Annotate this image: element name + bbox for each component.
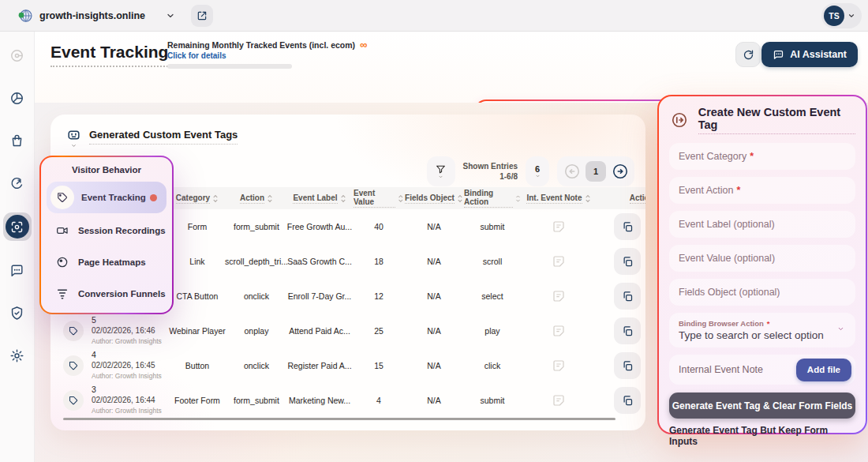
- column-header[interactable]: Actions: [597, 193, 645, 204]
- ecommerce-bag-icon[interactable]: [3, 126, 32, 155]
- shown-entries: Shown Entries 1-6/8: [463, 161, 518, 182]
- column-header[interactable]: Event Label: [286, 193, 354, 204]
- generator-robot-icon[interactable]: [66, 127, 81, 148]
- browser-top-bar: growth-insights.online TS: [0, 0, 868, 32]
- chat-bubble-icon: [773, 49, 784, 61]
- copy-tag-button[interactable]: [614, 317, 641, 344]
- copy-tag-button[interactable]: [614, 248, 641, 275]
- performance-gauge-icon[interactable]: [3, 169, 32, 197]
- column-header[interactable]: Category: [167, 193, 227, 204]
- copy-tag-button[interactable]: [614, 387, 641, 414]
- note-icon: [552, 255, 565, 268]
- filter-button[interactable]: [427, 156, 455, 186]
- site-domain[interactable]: growth-insights.online: [39, 10, 145, 21]
- refresh-button[interactable]: [735, 42, 761, 67]
- copy-tag-button[interactable]: [614, 352, 641, 379]
- column-header[interactable]: Event Value: [354, 189, 404, 208]
- sort-icon: [457, 194, 463, 203]
- column-header[interactable]: Binding Action: [464, 189, 521, 208]
- copy-icon: [622, 360, 634, 372]
- page-title: Event Tracking: [51, 43, 168, 67]
- sort-icon: [267, 194, 273, 203]
- event-label-field[interactable]: Event Label (optional): [669, 211, 855, 238]
- privacy-shield-icon[interactable]: [3, 299, 32, 327]
- ai-assistant-button[interactable]: AI Assistant: [761, 42, 858, 67]
- tag-icon: [63, 321, 84, 341]
- menu-item-session-recordings[interactable]: Session Recordings: [47, 216, 166, 246]
- dashboard-icon[interactable]: [3, 41, 32, 69]
- chevron-down-icon: [534, 174, 541, 178]
- insert-arrow-icon: [669, 109, 690, 131]
- sort-icon: [585, 194, 591, 203]
- note-icon: [552, 359, 565, 372]
- domain-chevron-down-icon[interactable]: [166, 11, 175, 21]
- copy-icon: [622, 325, 634, 337]
- sort-icon: [515, 194, 521, 203]
- settings-gear-icon[interactable]: [3, 341, 32, 370]
- menu-item-event-tracking[interactable]: Event Tracking: [47, 182, 166, 213]
- table-controls: Shown Entries 1-6/8 6 1: [427, 156, 634, 186]
- app-sidebar: [0, 32, 35, 462]
- site-favicon-globe-icon: [17, 8, 33, 24]
- copy-icon: [622, 291, 634, 302]
- note-icon: [552, 325, 565, 337]
- card-title: Generated Custom Event Tags: [89, 129, 238, 145]
- visitor-behavior-scan-icon: [6, 215, 29, 239]
- add-file-button[interactable]: Add file: [796, 359, 851, 381]
- arrow-left-circle-icon: [563, 163, 581, 180]
- infinity-icon: ∞: [360, 41, 367, 49]
- fields-object-field[interactable]: Fields Object (optional): [669, 279, 855, 306]
- avatar: TS: [824, 6, 844, 26]
- video-camera-icon: [56, 224, 69, 237]
- active-indicator-dot: [150, 194, 157, 201]
- open-external-link-button[interactable]: [191, 5, 213, 27]
- menu-item-conversion-funnels[interactable]: Conversion Funnels: [47, 279, 166, 309]
- sidebar-item-visitor-behavior[interactable]: [3, 212, 32, 241]
- menu-item-page-heatmaps[interactable]: Page Heatmaps: [47, 247, 166, 277]
- analytics-pie-icon[interactable]: [3, 84, 32, 112]
- chevron-down-icon: [437, 175, 444, 179]
- chevron-down-icon: [70, 143, 77, 148]
- filter-funnel-icon: [436, 164, 446, 175]
- note-icon: [552, 220, 565, 233]
- sort-icon: [398, 194, 404, 203]
- event-category-field[interactable]: Event Category*: [669, 143, 855, 170]
- quota-block: Remaining Monthly Tracked Events (incl. …: [167, 40, 367, 69]
- tag-icon: [51, 186, 74, 209]
- event-value-field[interactable]: Event Value (optional): [669, 245, 855, 272]
- binding-browser-action-select[interactable]: Binding Browser Action* Type to search o…: [669, 313, 855, 347]
- feedback-chat-icon[interactable]: [3, 256, 32, 284]
- copy-tag-button[interactable]: [614, 213, 641, 240]
- generate-keep-button[interactable]: Generate Event Tag But Keep Form Inputs: [669, 425, 855, 447]
- chevron-down-icon: [836, 325, 846, 332]
- horizontal-scrollbar[interactable]: [63, 418, 615, 420]
- page-size-select[interactable]: 6: [526, 156, 549, 186]
- visitor-behavior-menu: Visitor Behavior Event Tracking Session …: [39, 156, 174, 314]
- quota-label: Remaining Monthly Tracked Events (incl. …: [167, 40, 355, 50]
- previous-page-button[interactable]: [562, 162, 582, 182]
- tag-icon: [63, 390, 84, 411]
- menu-title: Visitor Behavior: [47, 165, 166, 175]
- column-header[interactable]: Action: [227, 193, 286, 204]
- quota-details-link[interactable]: Click for details: [167, 51, 367, 60]
- copy-icon: [622, 256, 634, 268]
- event-action-field[interactable]: Event Action*: [669, 177, 855, 204]
- table-row: 502/02/2026, 16:46Author: Growth Insight…: [51, 314, 645, 348]
- tag-icon: [63, 355, 84, 376]
- quota-progress-bar: [167, 64, 292, 69]
- refresh-icon: [743, 49, 754, 61]
- column-header[interactable]: Fields Object: [404, 193, 464, 204]
- note-icon: [552, 290, 565, 302]
- page-number[interactable]: 1: [586, 161, 606, 182]
- generate-clear-button[interactable]: Generate Event Tag & Clear Form Fields: [669, 393, 855, 419]
- table-row: 302/02/2026, 16:44Author: Growth Insight…: [51, 383, 645, 418]
- sort-icon: [340, 194, 346, 203]
- funnel-levels-icon: [56, 287, 69, 300]
- arrow-right-circle-icon: [612, 163, 629, 180]
- next-page-button[interactable]: [610, 162, 630, 182]
- create-tag-panel: Create New Custom Event Tag Event Catego…: [657, 95, 867, 434]
- column-header[interactable]: Int. Event Note: [521, 193, 597, 204]
- internal-event-note-field[interactable]: Internal Event Note Add file: [669, 355, 855, 385]
- copy-tag-button[interactable]: [614, 283, 641, 310]
- account-menu[interactable]: TS: [821, 3, 862, 28]
